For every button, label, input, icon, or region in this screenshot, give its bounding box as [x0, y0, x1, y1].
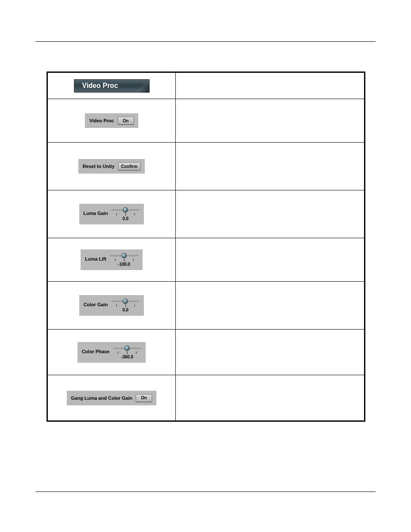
color-phase-value: -360.0 — [121, 355, 133, 359]
settings-table: Video Proc Video Proc On Reset to Unity — [47, 72, 365, 422]
reset-to-unity-label: Reset to Unity — [83, 164, 115, 169]
gang-label: Gang Luma and Color Gain — [71, 395, 132, 401]
luma-gain-slider[interactable] — [111, 207, 140, 213]
slider-ticks — [113, 352, 141, 354]
gang-widget: Gang Luma and Color Gain On — [67, 391, 156, 405]
row-header: Video Proc — [48, 73, 364, 99]
slider-ticks — [111, 305, 140, 307]
gang-toggle[interactable]: On — [136, 394, 152, 402]
video-proc-label: Video Proc — [89, 118, 114, 123]
tab-fold-icon — [136, 80, 149, 93]
luma-lift-label: Luma Lift — [85, 256, 106, 261]
slider-knob-icon[interactable] — [123, 299, 128, 304]
luma-gain-label: Luma Gain — [84, 211, 108, 216]
reset-to-unity-button[interactable]: Confirm — [118, 162, 140, 170]
color-phase-label: Color Phase — [82, 349, 109, 354]
color-phase-widget: Color Phase -360.0 — [78, 342, 146, 363]
row-luma-gain: Luma Gain 0.0 — [48, 190, 364, 238]
slider-ticks — [111, 213, 140, 216]
row-gang-luma-color: Gang Luma and Color Gain On — [48, 375, 364, 420]
luma-lift-value: -100.0 — [118, 262, 130, 267]
color-gain-label: Color Gain — [84, 302, 108, 307]
row-color-gain: Color Gain 0.0 — [48, 282, 364, 330]
slider-knob-icon[interactable] — [121, 253, 127, 258]
color-gain-slider[interactable] — [111, 299, 140, 305]
video-proc-toggle[interactable]: On — [118, 117, 134, 124]
video-proc-widget: Video Proc On — [85, 113, 138, 128]
top-rule — [35, 41, 376, 42]
luma-gain-widget: Luma Gain 0.0 — [79, 204, 144, 224]
color-gain-value: 0.0 — [122, 308, 128, 312]
row-reset-to-unity: Reset to Unity Confirm — [48, 143, 364, 190]
slider-knob-icon[interactable] — [123, 207, 128, 212]
luma-lift-widget: Luma Lift -100.0 — [81, 249, 143, 270]
row-video-proc: Video Proc On — [48, 99, 364, 143]
video-proc-tab[interactable]: Video Proc — [74, 79, 149, 92]
luma-lift-slider[interactable] — [110, 253, 138, 259]
bottom-rule — [35, 492, 376, 492]
color-phase-slider[interactable] — [113, 345, 141, 352]
slider-ticks — [110, 259, 138, 261]
slider-knob-icon[interactable] — [125, 345, 130, 351]
reset-to-unity-widget: Reset to Unity Confirm — [78, 159, 145, 174]
row-luma-lift: Luma Lift -100.0 — [48, 238, 364, 282]
video-proc-tab-label: Video Proc — [82, 82, 118, 90]
color-gain-widget: Color Gain 0.0 — [79, 295, 144, 316]
luma-gain-value: 0.0 — [122, 216, 128, 221]
row-color-phase: Color Phase -360.0 — [48, 330, 364, 375]
